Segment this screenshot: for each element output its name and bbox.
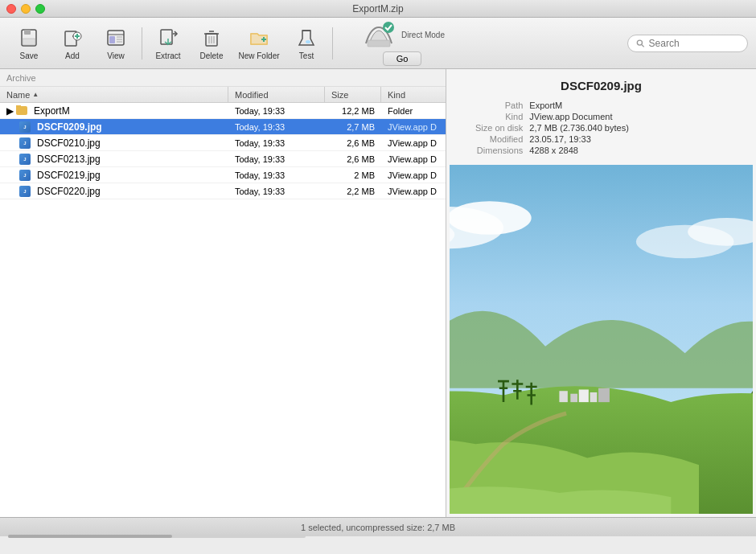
path-label: Path xyxy=(475,101,523,110)
save-button[interactable]: Save xyxy=(8,21,50,66)
new-folder-icon xyxy=(248,27,270,49)
cell-name: J DSCF0210.jpg xyxy=(0,137,228,149)
title-bar: ExportM.zip xyxy=(0,0,756,18)
preview-meta: Path ExportM Kind JView.app Document Siz… xyxy=(459,101,743,155)
size-label: Size on disk xyxy=(475,123,523,133)
svg-rect-39 xyxy=(579,389,589,402)
table-row[interactable]: J DSCF0210.jpg Today, 19:33 2,6 MB JView… xyxy=(0,135,446,151)
cell-kind: JView.app D xyxy=(381,122,446,132)
table-row[interactable]: J DSCF0213.jpg Today, 19:33 2,6 MB JView… xyxy=(0,151,446,167)
status-text: 1 selected, uncompressed size: 2,7 MB xyxy=(301,523,455,532)
right-panel: DSCF0209.jpg Path ExportM Kind JView.app… xyxy=(446,69,756,517)
col-header-modified[interactable]: Modified xyxy=(228,87,325,102)
left-panel: Archive Name ▲ Modified Size Kind ▶ xyxy=(0,69,446,517)
cell-kind: Folder xyxy=(381,106,446,116)
dimensions-value: 4288 x 2848 xyxy=(529,146,727,155)
svg-point-28 xyxy=(383,22,394,33)
size-value: 2,7 MB (2.736.040 bytes) xyxy=(529,123,727,133)
scrollbar-track[interactable] xyxy=(8,535,306,538)
extract-icon xyxy=(157,27,179,49)
kind-label: Kind xyxy=(475,112,523,121)
minimize-button[interactable] xyxy=(21,4,31,14)
svg-line-30 xyxy=(642,44,644,47)
view-button[interactable]: View xyxy=(95,21,137,66)
cell-size: 2,2 MB xyxy=(325,187,381,196)
maximize-button[interactable] xyxy=(35,4,45,14)
table-row[interactable]: ▶ ExportM Today, 19:33 12,2 MB Folder xyxy=(0,103,446,119)
cell-modified: Today, 19:33 xyxy=(228,187,325,196)
main-content: Archive Name ▲ Modified Size Kind ▶ xyxy=(0,69,756,517)
scrollbar-thumb xyxy=(8,535,172,538)
test-icon xyxy=(295,27,318,49)
svg-point-26 xyxy=(306,40,310,43)
cell-modified: Today, 19:33 xyxy=(228,154,325,164)
cell-modified: Today, 19:33 xyxy=(228,106,325,116)
filename: DSCF0219.jpg xyxy=(37,170,101,181)
delete-button[interactable]: Delete xyxy=(191,21,232,66)
extract-button[interactable]: Extract xyxy=(147,21,189,66)
add-button[interactable]: Add xyxy=(51,21,93,66)
svg-rect-2 xyxy=(23,39,35,45)
direct-mode-icon xyxy=(360,21,398,50)
cell-size: 2,6 MB xyxy=(325,138,381,148)
search-icon xyxy=(636,39,645,48)
cell-size: 2,6 MB xyxy=(325,154,381,164)
svg-rect-1 xyxy=(24,30,31,35)
cell-size: 2 MB xyxy=(325,170,381,180)
direct-mode-area: Direct Mode Go xyxy=(338,21,466,66)
col-size-label: Size xyxy=(331,90,348,100)
window-title: ExportM.zip xyxy=(352,3,403,14)
cell-kind: JView.app D xyxy=(381,154,446,164)
col-header-size[interactable]: Size xyxy=(325,87,381,102)
delete-icon xyxy=(200,27,223,49)
col-header-name[interactable]: Name ▲ xyxy=(0,87,228,102)
col-kind-label: Kind xyxy=(388,90,405,100)
preview-image-container xyxy=(450,165,753,514)
cell-name: ▶ ExportM xyxy=(0,105,228,117)
col-header-kind[interactable]: Kind xyxy=(381,87,446,102)
test-button[interactable]: Test xyxy=(286,21,327,66)
status-bar: 1 selected, uncompressed size: 2,7 MB xyxy=(0,517,756,536)
toolbar-separator-1 xyxy=(142,27,142,60)
toolbar: Save Add View xyxy=(0,18,756,69)
cell-kind: JView.app D xyxy=(381,170,446,180)
cell-name: J DSCF0220.jpg xyxy=(0,186,228,197)
close-button[interactable] xyxy=(6,4,16,14)
save-icon xyxy=(18,27,40,49)
cell-modified: Today, 19:33 xyxy=(228,122,325,132)
preview-filename: DSCF0209.jpg xyxy=(561,79,642,92)
scrollbar-container xyxy=(8,535,306,538)
test-label: Test xyxy=(299,51,314,60)
cell-modified: Today, 19:33 xyxy=(228,138,325,148)
modified-value: 23.05.17, 19:33 xyxy=(529,134,727,144)
svg-rect-38 xyxy=(570,394,577,402)
search-input[interactable] xyxy=(649,38,739,49)
go-button[interactable]: Go xyxy=(383,51,422,66)
cell-size: 12,2 MB xyxy=(325,106,381,116)
cell-modified: Today, 19:33 xyxy=(228,170,325,180)
filename: DSCF0209.jpg xyxy=(37,121,102,133)
add-label: Add xyxy=(65,51,80,60)
cell-kind: JView.app D xyxy=(381,138,446,148)
view-label: View xyxy=(107,51,125,60)
new-folder-button[interactable]: New Folder xyxy=(234,21,284,66)
cell-name: J DSCF0209.jpg xyxy=(0,121,228,133)
table-row[interactable]: J DSCF0219.jpg Today, 19:33 2 MB JView.a… xyxy=(0,167,446,183)
path-value: ExportM xyxy=(529,101,727,110)
table-row[interactable]: J DSCF0209.jpg Today, 19:33 2,7 MB JView… xyxy=(0,119,446,135)
svg-rect-11 xyxy=(109,36,115,43)
direct-mode-text-group: Direct Mode xyxy=(401,31,445,39)
cell-size: 2,7 MB xyxy=(325,122,381,132)
cell-name: J DSCF0213.jpg xyxy=(0,154,228,165)
delete-label: Delete xyxy=(200,51,224,60)
traffic-lights xyxy=(6,4,45,14)
modified-label: Modified xyxy=(475,134,523,144)
filename: ExportM xyxy=(34,105,70,117)
cell-kind: JView.app D xyxy=(381,187,446,196)
add-icon xyxy=(61,27,84,49)
table-row[interactable]: J DSCF0220.jpg Today, 19:33 2,2 MB JView… xyxy=(0,183,446,199)
search-box[interactable] xyxy=(627,35,748,52)
svg-point-29 xyxy=(637,40,642,45)
svg-point-33 xyxy=(450,201,532,235)
file-list-header: Name ▲ Modified Size Kind xyxy=(0,87,446,103)
